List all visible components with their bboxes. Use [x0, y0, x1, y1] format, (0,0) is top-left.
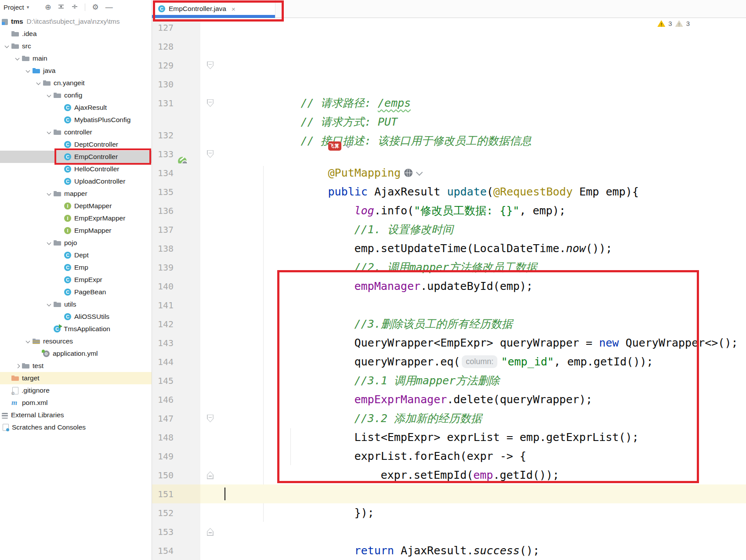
code-line[interactable]: 138 empManager.updateById(emp); [152, 239, 746, 258]
code-line[interactable]: 141 QueryWrapper<EmpExpr> queryWrapper =… [152, 296, 746, 314]
code-line[interactable]: 139 [152, 258, 746, 277]
tree-item[interactable]: UploadController [0, 175, 152, 188]
chevron-icon[interactable] [56, 178, 63, 185]
fold-marker-icon[interactable] [207, 471, 214, 479]
hide-panel-icon[interactable]: — [105, 4, 113, 11]
tree-item[interactable]: pom.xml [0, 397, 152, 409]
fold-marker-icon[interactable] [207, 150, 214, 158]
chevron-icon[interactable] [46, 325, 53, 332]
code-line[interactable]: 146 List<EmpExpr> exprList = emp.getExpr… [152, 390, 746, 409]
chevron-icon[interactable] [56, 313, 63, 320]
expand-all-icon[interactable] [58, 3, 65, 11]
code-line[interactable]: 134 log.info("修改员工数据: {}", emp); [152, 163, 746, 182]
code-line[interactable]: 149 empExprManager.insert(expr); [152, 447, 746, 466]
code-line[interactable]: 145 //3.2 添加新的经历数据 [152, 371, 746, 390]
code-line[interactable]: 飞算 [152, 112, 746, 126]
chevron-icon[interactable] [56, 153, 63, 160]
tree-item[interactable]: cn.yangeit [0, 77, 152, 89]
tree-item[interactable]: config [0, 89, 152, 101]
tree-item[interactable]: TmsApplication [0, 323, 152, 335]
fold-marker-icon[interactable] [207, 61, 214, 69]
tree-item[interactable]: pojo [0, 237, 152, 249]
chevron-icon[interactable] [56, 264, 63, 271]
chevron-icon[interactable] [14, 362, 21, 369]
code-line[interactable]: 150 }); [152, 466, 746, 484]
chevron-icon[interactable] [46, 129, 53, 136]
chevron-icon[interactable] [35, 350, 42, 357]
tree-item[interactable]: DeptController [0, 138, 152, 151]
chevron-icon[interactable] [35, 79, 42, 87]
code-line[interactable]: 136 emp.setUpdateTime(LocalDateTime.now(… [152, 201, 746, 220]
chevron-icon[interactable] [46, 239, 53, 246]
chevron-icon[interactable] [4, 375, 11, 382]
code-line[interactable]: 147 exprList.forEach(expr -> { [152, 409, 746, 428]
chevron-icon[interactable] [56, 252, 63, 259]
tree-item[interactable]: Scratches and Consoles [0, 421, 152, 434]
code-line[interactable]: 133 public AjaxResult update(@RequestBod… [152, 145, 746, 163]
tree-item[interactable]: EmpExpr [0, 274, 152, 286]
tab-empcontroller[interactable]: C EmpController.java × [152, 0, 275, 18]
chevron-icon[interactable] [46, 92, 53, 99]
chevron-icon[interactable] [56, 202, 63, 210]
chevron-icon[interactable] [4, 30, 11, 37]
tree-item[interactable]: application.yml [0, 347, 152, 360]
tree-item[interactable]: .idea [0, 28, 152, 40]
chevron-icon[interactable] [4, 43, 11, 50]
code-line[interactable]: 132 @PutMapping [152, 126, 746, 145]
chevron-icon[interactable] [56, 276, 63, 283]
tree-item[interactable]: mapper [0, 188, 152, 200]
code-line[interactable]: 143 //3.1 调用mapper方法删除 [152, 333, 746, 352]
tree-item[interactable]: Dept [0, 249, 152, 261]
locate-icon[interactable]: ⊕ [45, 4, 51, 11]
code-line[interactable]: 135 //1. 设置修改时间 [152, 182, 746, 201]
tree-item[interactable]: PageBean [0, 286, 152, 298]
settings-gear-icon[interactable]: ⚙ [92, 4, 98, 11]
code-line[interactable]: 142 queryWrapper.eq(column:"emp_id", emp… [152, 314, 746, 333]
tree-item[interactable]: controller [0, 126, 152, 138]
code-line[interactable]: 153 } [152, 522, 746, 541]
chevron-icon[interactable] [56, 215, 63, 222]
tree-item[interactable]: External Libraries [0, 409, 152, 421]
tree-item[interactable]: AliOSSUtils [0, 311, 152, 323]
chevron-icon[interactable] [56, 289, 63, 296]
code-line[interactable]: 137 //2. 调用mapper方法修改员工数据 [152, 220, 746, 239]
tree-item[interactable]: main [0, 52, 152, 65]
tree-item[interactable]: DeptMapper [0, 200, 152, 212]
code-line[interactable]: 144 empExprManager.delete(queryWrapper); [152, 352, 746, 371]
close-icon[interactable]: × [232, 5, 235, 13]
collapse-all-icon[interactable] [71, 3, 78, 11]
tree-item[interactable]: EmpController [0, 151, 152, 163]
chevron-icon[interactable] [4, 387, 11, 394]
tree-item[interactable]: Emp [0, 261, 152, 274]
tree-item[interactable]: EmpMapper [0, 224, 152, 237]
chevron-icon[interactable] [14, 55, 21, 62]
tree-item[interactable]: test [0, 360, 152, 372]
code-line[interactable]: 151 [152, 484, 746, 503]
chevron-icon[interactable] [25, 338, 32, 345]
tree-item[interactable]: target [0, 372, 152, 384]
code-line[interactable]: 130 // 请求方式: PUT [152, 75, 746, 94]
tree-item[interactable]: EmpExprMapper [0, 212, 152, 224]
tree-item[interactable]: src [0, 40, 152, 52]
chevron-icon[interactable] [25, 67, 32, 74]
code-line[interactable]: 129 // 请求路径: /emps [152, 56, 746, 75]
tree-item[interactable]: java [0, 65, 152, 77]
code-line[interactable]: 127 [152, 18, 746, 37]
inspections-widget[interactable]: ! 3 ! 3 [657, 20, 690, 27]
code-line[interactable]: 140 //3.删除该员工的所有经历数据 [152, 277, 746, 296]
code-line[interactable]: 131 // 接口描述: 该接口用于修改员工的数据信息 [152, 94, 746, 112]
fold-marker-icon[interactable] [207, 528, 214, 536]
chevron-icon[interactable] [56, 116, 63, 123]
fold-marker-icon[interactable] [207, 99, 214, 107]
tree-item[interactable]: MybatisPlusConfig [0, 114, 152, 126]
chevron-icon[interactable] [46, 190, 53, 197]
chevron-icon[interactable] [46, 301, 53, 308]
code-line[interactable]: 148 expr.setEmpId(emp.getId()); [152, 428, 746, 447]
tree-item[interactable]: resources [0, 335, 152, 347]
project-tab-title[interactable]: Project [4, 4, 24, 11]
code-line[interactable]: 154 [152, 541, 746, 560]
tree-item[interactable]: HelloController [0, 163, 152, 175]
tree-item[interactable]: utils [0, 298, 152, 311]
chevron-icon[interactable] [56, 104, 63, 111]
code-line[interactable]: 128 [152, 37, 746, 56]
